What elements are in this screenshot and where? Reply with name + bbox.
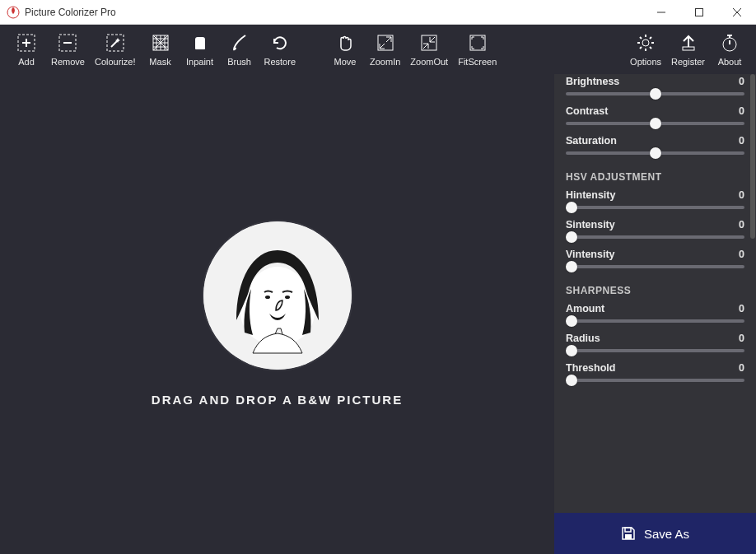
slider-thumb[interactable] <box>566 231 577 243</box>
tool-label: Colourize! <box>95 57 136 67</box>
brush-icon <box>229 32 250 54</box>
slider-value: 0 <box>739 105 744 117</box>
tool-label: Brush <box>227 57 251 67</box>
tool-label: Move <box>334 57 357 67</box>
window-close-button[interactable] <box>718 0 756 25</box>
slider-label: Saturation <box>566 135 617 147</box>
section-title: HSV ADJUSTMENT <box>554 163 756 188</box>
tool-label: Register <box>671 57 705 67</box>
save-label: Save As <box>644 527 689 541</box>
slider-thumb[interactable] <box>566 375 577 386</box>
tool-label: FitScreen <box>458 57 497 67</box>
svg-line-11 <box>111 40 118 47</box>
svg-rect-2 <box>696 8 703 16</box>
slider-thumb[interactable] <box>566 202 577 213</box>
slider-track[interactable] <box>566 206 744 209</box>
tool-label: Add <box>18 57 35 67</box>
stopwatch-icon <box>719 32 740 54</box>
toolbar: Add Remove Colourize! Mask Inpaint <box>0 25 756 74</box>
slider-threshold[interactable]: Threshold0 <box>554 361 756 390</box>
tool-fitscreen[interactable]: FitScreen <box>453 29 502 70</box>
app-body: Add Remove Colourize! Mask Inpaint <box>0 25 756 554</box>
svg-line-27 <box>430 37 435 42</box>
svg-line-25 <box>380 44 385 49</box>
slider-value: 0 <box>739 303 744 314</box>
svg-line-24 <box>386 37 391 42</box>
tool-label: Remove <box>51 57 85 67</box>
fit-screen-icon <box>467 32 488 54</box>
slider-vintensity[interactable]: Vintensity0 <box>554 247 756 277</box>
tool-register[interactable]: Register <box>666 29 710 70</box>
slider-value: 0 <box>739 362 744 374</box>
slider-label: Brightness <box>566 76 619 87</box>
slider-label: Hintensity <box>566 189 615 201</box>
gear-icon <box>635 32 656 54</box>
slider-thumb[interactable] <box>650 147 661 159</box>
slider-thumb[interactable] <box>566 261 577 272</box>
svg-line-28 <box>423 44 428 49</box>
undo-icon <box>269 32 291 54</box>
slider-thumb[interactable] <box>566 345 577 356</box>
slider-amount[interactable]: Amount0 <box>554 301 756 331</box>
drop-instruction-text: DRAG AND DROP A B&W PICTURE <box>152 393 403 407</box>
sidebar-scrollbar[interactable] <box>750 74 755 239</box>
section-title: SHARPNESS <box>554 277 756 301</box>
slider-track[interactable] <box>566 319 744 323</box>
tool-label: ZoomOut <box>410 57 448 67</box>
tool-brush[interactable]: Brush <box>220 29 259 70</box>
window-minimize-button[interactable] <box>642 0 680 25</box>
eraser-icon <box>189 32 211 54</box>
tool-add[interactable]: Add <box>7 29 46 70</box>
svg-point-30 <box>642 40 649 46</box>
svg-rect-29 <box>470 35 485 50</box>
canvas-dropzone[interactable]: DRAG AND DROP A B&W PICTURE <box>0 74 554 554</box>
tool-mask[interactable]: Mask <box>141 29 180 70</box>
tool-move[interactable]: Move <box>325 29 365 70</box>
tool-zoomin[interactable]: ZoomIn <box>365 29 405 70</box>
slider-contrast[interactable]: Contrast0 <box>554 104 756 133</box>
slider-thumb[interactable] <box>566 315 577 327</box>
slider-brightness[interactable]: Brightness0 <box>554 74 756 104</box>
tool-colourize[interactable]: Colourize! <box>90 29 141 70</box>
tool-label: Mask <box>149 57 170 67</box>
slider-track[interactable] <box>566 92 744 95</box>
slider-label: Amount <box>566 303 604 314</box>
slider-track[interactable] <box>566 122 744 125</box>
slider-radius[interactable]: Radius0 <box>554 331 756 361</box>
slider-value: 0 <box>739 219 744 230</box>
slider-thumb[interactable] <box>650 88 661 100</box>
add-icon <box>16 32 37 54</box>
slider-value: 0 <box>739 333 744 344</box>
slider-value: 0 <box>739 135 744 147</box>
titlebar: Picture Colorizer Pro <box>0 0 756 25</box>
tool-label: Restore <box>264 57 296 67</box>
slider-label: Radius <box>566 333 600 344</box>
slider-thumb[interactable] <box>650 118 661 129</box>
slider-track[interactable] <box>566 265 744 268</box>
tool-about[interactable]: About <box>710 29 749 70</box>
slider-sintensity[interactable]: Sintensity0 <box>554 217 756 247</box>
slider-track[interactable] <box>566 349 744 352</box>
slider-value: 0 <box>739 76 744 87</box>
zoom-in-icon <box>375 32 396 54</box>
tool-options[interactable]: Options <box>625 29 666 70</box>
svg-point-38 <box>265 296 270 299</box>
slider-hintensity[interactable]: Hintensity0 <box>554 188 756 217</box>
slider-label: Vintensity <box>566 249 615 260</box>
save-as-button[interactable]: Save As <box>554 513 756 554</box>
slider-saturation[interactable]: Saturation0 <box>554 133 756 163</box>
main-area: DRAG AND DROP A B&W PICTURE Brightness0C… <box>0 74 756 554</box>
slider-track[interactable] <box>566 235 744 239</box>
tool-restore[interactable]: Restore <box>259 29 301 70</box>
slider-track[interactable] <box>566 151 744 155</box>
tool-remove[interactable]: Remove <box>46 29 90 70</box>
wand-icon <box>105 32 126 54</box>
sidebar-scroll[interactable]: Brightness0Contrast0Saturation0HSV ADJUS… <box>554 74 756 513</box>
slider-label: Sintensity <box>566 219 615 230</box>
tool-inpaint[interactable]: Inpaint <box>180 29 220 70</box>
slider-track[interactable] <box>566 379 744 382</box>
tool-zoomout[interactable]: ZoomOut <box>405 29 453 70</box>
window-maximize-button[interactable] <box>680 0 718 25</box>
svg-rect-41 <box>625 534 632 539</box>
slider-label: Threshold <box>566 362 615 374</box>
